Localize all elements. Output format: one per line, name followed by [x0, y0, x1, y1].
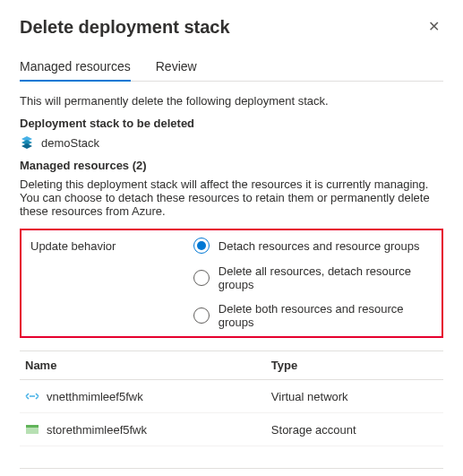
svg-point-2	[33, 395, 35, 397]
col-type: Type	[266, 351, 443, 380]
svg-point-0	[30, 395, 31, 397]
deployment-stack-icon	[20, 135, 34, 150]
resource-type: Storage account	[266, 413, 443, 446]
page-title: Delete deployment stack	[20, 17, 230, 38]
managed-resources-desc: Deleting this deployment stack will affe…	[20, 177, 443, 218]
stack-name: demoStack	[41, 136, 99, 150]
table-row: vnetthmimleef5fwk Virtual network	[20, 380, 443, 413]
storage-account-icon	[25, 422, 39, 437]
intro-text: This will permanently delete the followi…	[20, 94, 443, 108]
radio-label: Delete both resources and resource group…	[219, 302, 433, 329]
stack-to-delete-label: Deployment stack to be deleted	[20, 117, 443, 130]
svg-rect-3	[26, 425, 39, 428]
footer: Previous Next	[20, 468, 443, 476]
stack-row: demoStack	[20, 135, 443, 150]
tabs: Managed resources Review	[20, 54, 443, 82]
tab-managed-resources[interactable]: Managed resources	[20, 54, 131, 81]
close-icon[interactable]: ✕	[424, 16, 443, 38]
radio-label: Detach resources and resource groups	[219, 239, 420, 253]
update-behavior-label: Update behavior	[30, 238, 193, 253]
virtual-network-icon	[25, 389, 39, 403]
radio-detach[interactable]: Detach resources and resource groups	[193, 238, 433, 254]
update-behavior-box: Update behavior Detach resources and res…	[20, 229, 443, 338]
radio-icon	[193, 307, 210, 324]
svg-point-1	[31, 395, 33, 397]
update-behavior-radio-group: Detach resources and resource groups Del…	[193, 238, 433, 329]
tab-review[interactable]: Review	[156, 54, 197, 81]
svg-rect-4	[26, 428, 39, 434]
resource-name: vnetthmimleef5fwk	[47, 390, 143, 403]
resources-table: Name Type vnetthmimleef5fwk Virtual netw…	[20, 351, 443, 446]
radio-icon	[193, 238, 210, 254]
table-row: storethmimleef5fwk Storage account	[20, 413, 443, 446]
col-name: Name	[20, 351, 266, 380]
radio-delete-both[interactable]: Delete both resources and resource group…	[193, 302, 433, 329]
table-header-row: Name Type	[20, 351, 443, 380]
radio-icon	[193, 270, 210, 286]
resource-type: Virtual network	[266, 380, 443, 413]
radio-delete-resources[interactable]: Delete all resources, detach resource gr…	[193, 264, 433, 291]
resource-name: storethmimleef5fwk	[47, 423, 147, 437]
radio-label: Delete all resources, detach resource gr…	[219, 264, 433, 291]
managed-resources-label: Managed resources (2)	[20, 159, 443, 172]
